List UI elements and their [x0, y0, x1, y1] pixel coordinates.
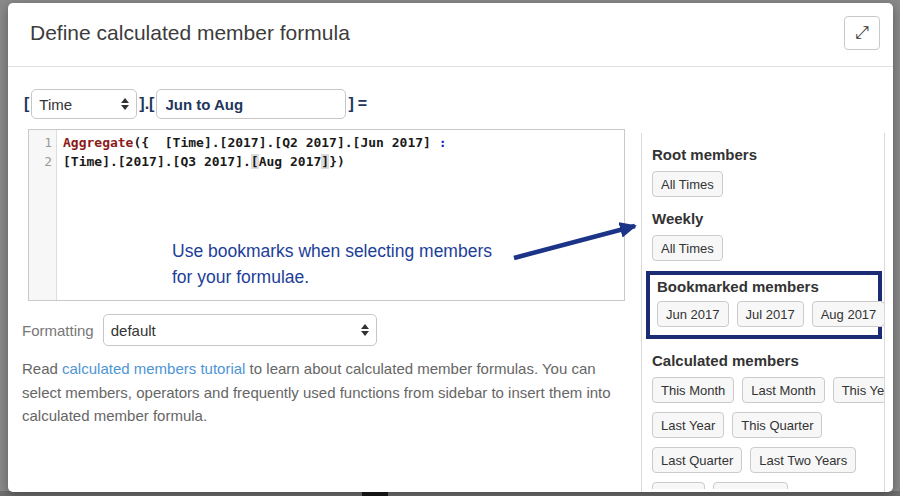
tutorial-text-pre: Read: [22, 360, 62, 377]
member-button-this-quarter[interactable]: This Quarter: [732, 412, 822, 438]
member-button-last-year[interactable]: Last Year: [652, 412, 724, 438]
bookmarked-members-row: Jun 2017 Jul 2017 Aug 2017: [657, 301, 871, 327]
calculated-members-heading: Calculated members: [652, 352, 874, 369]
member-button-all-times-weekly[interactable]: All Times: [652, 235, 723, 261]
annotation-note: Use bookmarks when selecting members for…: [172, 238, 532, 290]
calculated-members-row-2: Last Year This Quarter: [652, 412, 874, 438]
annotation-line-1: Use bookmarks when selecting members: [172, 241, 492, 261]
code-keyword: Aggregate: [63, 135, 133, 150]
member-button-last-month[interactable]: Last Month: [742, 377, 824, 403]
code-closing: }): [329, 154, 345, 169]
dimension-select-value: Time: [39, 96, 121, 113]
weekly-members-row: All Times: [652, 235, 874, 261]
dialog-header: Define calculated member formula ⤢: [8, 3, 893, 67]
line-number: 2: [29, 152, 52, 171]
member-button-jul-2017[interactable]: Jul 2017: [737, 301, 804, 327]
code-member: Aug 2017: [259, 154, 322, 169]
bookmarked-members-heading: Bookmarked members: [657, 278, 871, 295]
formatting-select[interactable]: default: [103, 314, 377, 346]
member-button-aug-2017[interactable]: Aug 2017: [812, 301, 884, 327]
dimension-select[interactable]: Time: [31, 89, 137, 119]
expand-dialog-button[interactable]: ⤢: [844, 16, 880, 50]
member-button-this-year[interactable]: This Year: [833, 377, 884, 403]
code-matched-bracket: [: [251, 154, 259, 169]
root-members-heading: Root members: [652, 146, 874, 163]
code-operator: :: [439, 135, 447, 150]
member-button-yesterday[interactable]: Yesterday: [713, 482, 788, 489]
select-stepper-icon: [361, 324, 369, 336]
dialog-title: Define calculated member formula: [30, 21, 350, 45]
bookmarked-members-highlight-box: Bookmarked members Jun 2017 Jul 2017 Aug…: [646, 271, 882, 339]
annotation-line-2: for your formulae.: [172, 267, 309, 287]
formatting-label: Formatting: [22, 322, 94, 339]
formatting-row: Formatting default: [22, 314, 377, 346]
member-button-all-times[interactable]: All Times: [652, 171, 723, 197]
member-button-jun-2017[interactable]: Jun 2017: [657, 301, 729, 327]
background-page-artifact: [362, 492, 388, 496]
tutorial-link[interactable]: calculated members tutorial: [62, 360, 245, 377]
member-name-input[interactable]: [156, 89, 346, 119]
members-sidebar-scroll[interactable]: Root members All Times Weekly All Times …: [642, 133, 884, 489]
member-button-this-month[interactable]: This Month: [652, 377, 734, 403]
annotation-arrow-icon: [505, 210, 660, 268]
root-members-row: All Times: [652, 171, 874, 197]
line-number: 1: [29, 133, 52, 152]
formula-name-row: [ Time ].[ ] =: [22, 89, 369, 119]
editor-line-number-gutter: 1 2: [29, 130, 57, 300]
calculated-members-row-3: Last Quarter Last Two Years: [652, 447, 874, 473]
open-bracket-label: [: [22, 95, 31, 113]
tutorial-paragraph: Read calculated members tutorial to lear…: [22, 357, 628, 428]
member-button-today[interactable]: Today: [652, 482, 705, 489]
member-button-last-two-years[interactable]: Last Two Years: [750, 447, 856, 473]
members-sidebar: Root members All Times Weekly All Times …: [641, 133, 885, 492]
code-matched-bracket: ]: [321, 154, 329, 169]
formatting-select-value: default: [111, 322, 361, 339]
weekly-heading: Weekly: [652, 210, 874, 227]
calculated-members-row-4: Today Yesterday: [652, 482, 874, 489]
bracket-dot-label: ].[: [137, 95, 156, 113]
calculated-members-row-1: This Month Last Month This Year: [652, 377, 874, 403]
equals-label: =: [356, 95, 369, 113]
code-paren: ({: [133, 135, 156, 150]
expand-diagonal-icon: ⤢: [855, 23, 869, 43]
select-stepper-icon: [121, 98, 129, 110]
member-button-last-quarter[interactable]: Last Quarter: [652, 447, 742, 473]
code-path: [Time].[2017].[Q3 2017].: [63, 154, 251, 169]
close-bracket-label: ]: [346, 95, 355, 113]
code-path: [Time].[2017].[Q2 2017].[Jun 2017]: [157, 135, 439, 150]
